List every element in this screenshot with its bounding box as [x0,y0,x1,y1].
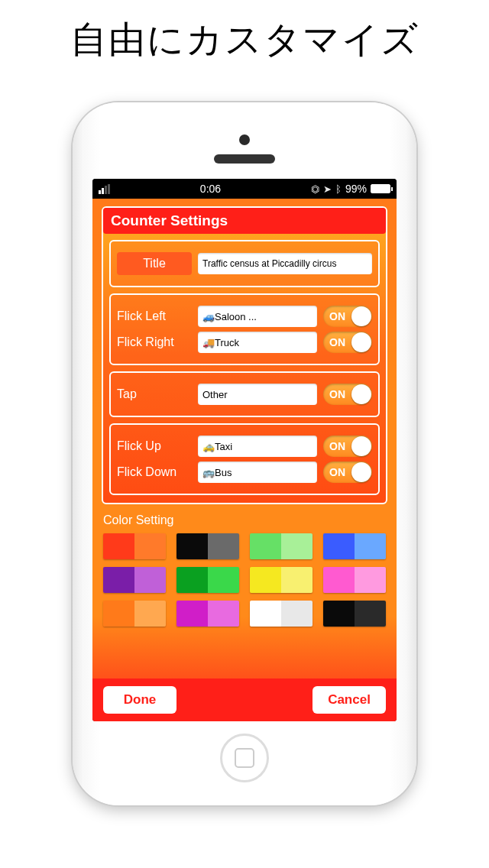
color-swatch[interactable] [323,533,386,559]
status-bar: 0:06 ⏣ ➤ ᛒ 99% [92,179,397,199]
home-button-icon [220,734,269,782]
signal-icon [99,184,110,194]
flick-up-toggle[interactable]: ON [323,436,372,457]
flick-left-toggle[interactable]: ON [323,306,372,327]
color-swatch[interactable] [103,601,166,627]
phone-mockup: 0:06 ⏣ ➤ ᛒ 99% Counter Settings Title Tr… [73,102,416,805]
flick-left-right-group: Flick Left 🚙Saloon ... ON Flick Right 🚚T… [109,293,380,365]
flick-up-down-group: Flick Up 🚕Taxi ON Flick Down 🚌Bus ON [109,423,380,495]
status-time: 0:06 [200,183,221,195]
tap-input[interactable]: Other [198,384,317,405]
color-swatch[interactable] [176,567,239,593]
done-button[interactable]: Done [103,686,176,714]
color-swatch[interactable] [250,601,313,627]
color-swatch[interactable] [176,601,239,627]
bluetooth-icon: ᛒ [335,183,342,195]
lock-icon: ⏣ [311,183,319,195]
battery-icon [371,184,390,193]
tap-label: Tap [117,387,192,401]
color-setting-title: Color Setting [103,513,387,527]
screen: 0:06 ⏣ ➤ ᛒ 99% Counter Settings Title Tr… [92,179,397,721]
tap-toggle[interactable]: ON [323,384,372,405]
bottom-toolbar: Done Cancel [92,679,397,721]
flick-left-input[interactable]: 🚙Saloon ... [198,306,317,327]
cancel-button[interactable]: Cancel [313,686,386,714]
color-swatch[interactable] [323,601,386,627]
color-swatch[interactable] [176,533,239,559]
app-body: Counter Settings Title Traffic census at… [92,199,397,721]
flick-down-input[interactable]: 🚌Bus [198,462,317,483]
title-input[interactable]: Traffic census at Piccadilly circus [198,253,372,274]
tap-group: Tap Other ON [109,371,380,417]
marketing-headline: 自由にカスタマイズ [0,0,489,72]
color-swatch[interactable] [323,567,386,593]
flick-up-label: Flick Up [117,439,192,453]
flick-up-input[interactable]: 🚕Taxi [198,436,317,457]
color-swatch[interactable] [250,533,313,559]
flick-down-label: Flick Down [117,465,192,479]
panel-title: Counter Settings [103,208,386,234]
color-swatch[interactable] [103,567,166,593]
color-swatch[interactable] [250,567,313,593]
flick-left-label: Flick Left [117,309,192,323]
flick-right-toggle[interactable]: ON [323,332,372,353]
counter-settings-panel: Counter Settings Title Traffic census at… [102,206,387,504]
battery-pct: 99% [345,183,367,195]
title-group: Title Traffic census at Piccadilly circu… [109,240,380,287]
flick-down-toggle[interactable]: ON [323,462,372,483]
title-label: Title [117,252,192,275]
color-swatches [102,533,387,627]
flick-right-label: Flick Right [117,335,192,349]
flick-right-input[interactable]: 🚚Truck [198,332,317,353]
location-icon: ➤ [323,183,332,195]
color-swatch[interactable] [103,533,166,559]
